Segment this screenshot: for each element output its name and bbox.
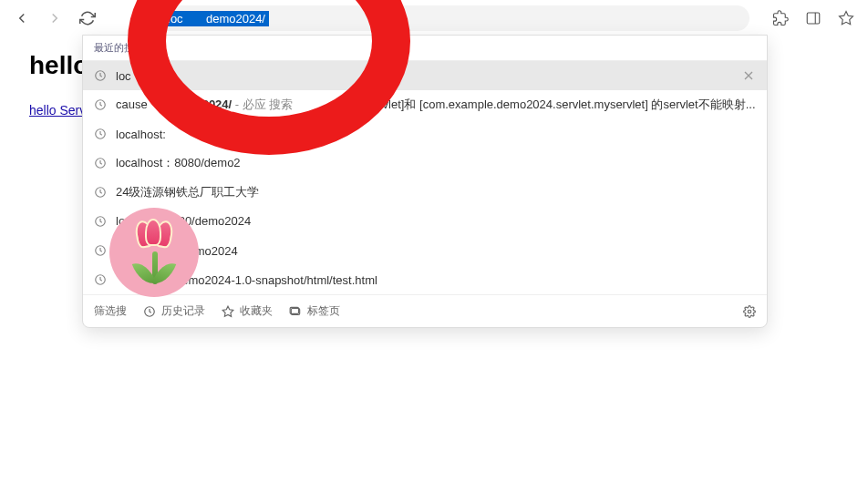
- suggestion-row[interactable]: 24级涟源钢铁总厂职工大学: [83, 178, 767, 207]
- history-icon: [94, 215, 107, 228]
- suggestion-row[interactable]: loc: [83, 61, 767, 90]
- site-icon: [146, 12, 159, 25]
- tulip-sticker: [109, 208, 199, 297]
- suggestion-text: localhost: largumente: [116, 128, 756, 141]
- suggestion-text: 24级涟源钢铁总厂职工大学: [116, 184, 756, 200]
- suggestion-text: loc: [116, 69, 732, 83]
- history-icon: [94, 128, 107, 140]
- favorites-toolbar-button[interactable]: [832, 4, 861, 33]
- suggestion-row[interactable]: localhost：8080/demo2: [83, 149, 767, 178]
- history-icon: [94, 157, 107, 169]
- tabs-filter-button[interactable]: 标签页: [289, 303, 340, 319]
- suggestion-row[interactable]: cause /demo2024/ - 必应 搜索 ervlet]和 [com.e…: [83, 90, 767, 119]
- svg-rect-0: [807, 13, 820, 24]
- tab-icon: [289, 305, 302, 318]
- settings-button[interactable]: [743, 305, 756, 318]
- refresh-button[interactable]: [73, 4, 102, 33]
- back-button[interactable]: [7, 4, 36, 33]
- history-icon: [94, 69, 107, 82]
- address-bar[interactable]: loc demo2024/: [137, 5, 749, 31]
- suggestions-bottom-bar: 筛选搜 历史记录 收藏夹 标签页: [83, 294, 767, 327]
- history-filter-button[interactable]: 历史记录: [143, 303, 205, 319]
- extensions-button[interactable]: [766, 4, 795, 33]
- suggestion-row[interactable]: localhost: largumente: [83, 119, 767, 149]
- filter-label: 筛选搜: [94, 303, 127, 319]
- recent-searches-label: 最近的搜: [83, 36, 767, 61]
- forward-button[interactable]: [40, 4, 69, 33]
- history-icon: [94, 273, 107, 286]
- history-icon: [94, 98, 107, 111]
- history-icon: [94, 186, 107, 199]
- sidebar-button[interactable]: [799, 4, 828, 33]
- suggestion-text: localhost：8080/demo2: [116, 155, 756, 171]
- star-icon: [222, 305, 234, 318]
- close-icon[interactable]: [741, 68, 756, 83]
- favorites-filter-button[interactable]: 收藏夹: [222, 303, 273, 319]
- suggestion-text: localh t：8080/demo2024: [116, 213, 756, 230]
- suggestion-text: cause /demo2024/ - 必应 搜索 ervlet]和 [com.e…: [116, 97, 756, 113]
- history-icon: [143, 305, 156, 318]
- browser-toolbar: loc demo2024/: [0, 0, 868, 36]
- suggestion-text: demo2024-1.0-snapshot/html/test.html: [116, 273, 756, 287]
- svg-point-13: [748, 310, 751, 313]
- url-text-selected: loc demo2024/: [164, 11, 269, 26]
- gear-icon: [743, 305, 756, 318]
- suggestion-text: //demo2024: [116, 244, 756, 258]
- history-icon: [94, 244, 107, 257]
